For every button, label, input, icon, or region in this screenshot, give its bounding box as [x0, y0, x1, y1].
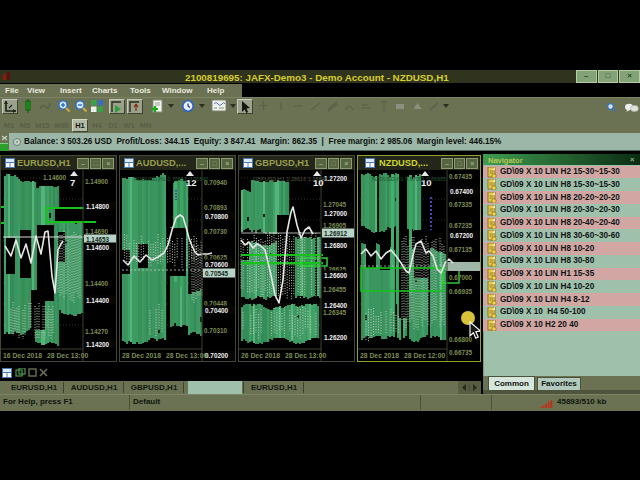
svg-text:0.70200: 0.70200 [205, 352, 229, 359]
svg-text:1.26800: 1.26800 [324, 242, 348, 249]
svg-text:0.67435: 0.67435 [449, 173, 473, 180]
svg-text:1.14600: 1.14600 [86, 244, 110, 251]
svg-text:1.14270: 1.14270 [85, 328, 109, 335]
svg-text:28 Dec 2018: 28 Dec 2018 [360, 352, 399, 359]
svg-text:1.14900: 1.14900 [85, 178, 109, 185]
svg-text:0.67200: 0.67200 [450, 232, 474, 239]
svg-text:1.14800: 1.14800 [86, 203, 110, 210]
svg-text:1.14200: 1.14200 [86, 341, 110, 348]
svg-text:0.70400: 0.70400 [205, 307, 229, 314]
svg-text:0.66800: 0.66800 [449, 336, 473, 343]
svg-text:0.70310: 0.70310 [204, 327, 228, 334]
svg-text:1.27045: 1.27045 [323, 201, 347, 208]
svg-text:AUDUSD,H1 0.70552 0.70545: AUDUSD,H1 0.70552 0.70545 [134, 176, 209, 182]
svg-text:1.14653: 1.14653 [86, 236, 110, 243]
svg-text:1.26345: 1.26345 [323, 309, 347, 316]
svg-text:28 Dec 12:00: 28 Dec 12:00 [404, 352, 445, 359]
svg-text:0.70600: 0.70600 [205, 261, 229, 268]
svg-text:0.70730: 0.70730 [204, 228, 228, 235]
svg-text:1.14600: 1.14600 [43, 174, 67, 181]
svg-text:28 Dec 13:00: 28 Dec 13:00 [47, 352, 88, 359]
svg-text:7: 7 [70, 177, 75, 188]
svg-text:28 Dec 13:00: 28 Dec 13:00 [166, 352, 207, 359]
svg-text:1.26905: 1.26905 [323, 222, 347, 229]
svg-text:0.67400: 0.67400 [450, 188, 474, 195]
svg-text:1.14400: 1.14400 [85, 280, 109, 287]
svg-text:1.27000: 1.27000 [324, 210, 348, 217]
svg-text:1.14400: 1.14400 [86, 297, 110, 304]
svg-text:1.14690: 1.14690 [85, 228, 109, 235]
svg-text:GBPUSD,H1 1.28616 1.28646: GBPUSD,H1 1.28616 1.28646 [253, 176, 328, 182]
svg-text:0.70545: 0.70545 [205, 270, 229, 277]
svg-text:1.26200: 1.26200 [324, 334, 348, 341]
svg-text:26 Dec 2018: 26 Dec 2018 [241, 352, 280, 359]
svg-text:1.26912: 1.26912 [324, 230, 348, 237]
svg-text:28 Dec 2018: 28 Dec 2018 [122, 352, 161, 359]
svg-text:1.26600: 1.26600 [324, 272, 348, 279]
svg-text:16 Dec 2018: 16 Dec 2018 [3, 352, 42, 359]
svg-text:0.66735: 0.66735 [449, 349, 473, 356]
svg-text:0.70800: 0.70800 [205, 213, 229, 220]
svg-text:1.26455: 1.26455 [323, 286, 347, 293]
svg-text:28 Dec 13:00: 28 Dec 13:00 [285, 352, 326, 359]
svg-text:0.66935: 0.66935 [449, 288, 473, 295]
svg-text:0.67135: 0.67135 [449, 246, 473, 253]
svg-text:0.70625: 0.70625 [204, 254, 228, 261]
svg-text:NZDUSD,H1 0.67051 0.66985: NZDUSD,H1 0.67051 0.66985 [372, 176, 446, 182]
svg-text:0.67000: 0.67000 [449, 274, 473, 281]
svg-text:0.67235: 0.67235 [449, 222, 473, 229]
svg-text:0.67335: 0.67335 [449, 201, 473, 208]
svg-text:0.70893: 0.70893 [204, 204, 228, 211]
svg-text:0.70448: 0.70448 [204, 300, 228, 307]
